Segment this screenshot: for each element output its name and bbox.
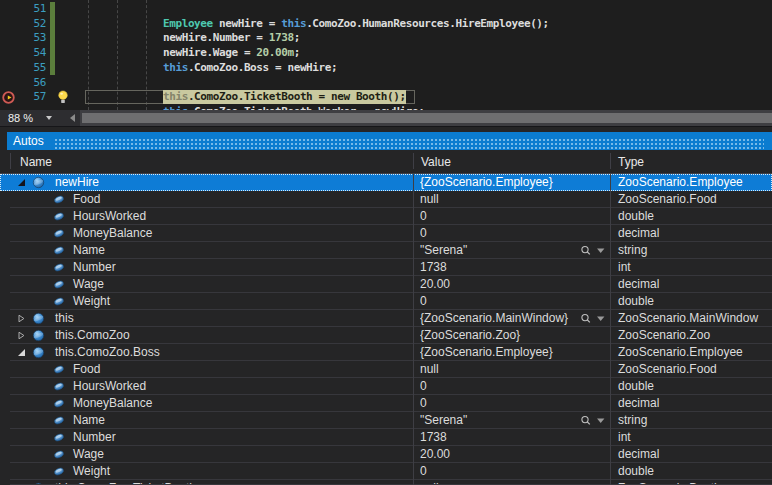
autos-row[interactable]: this.ComoZoo{ZooScenario.Zoo}ZooScenario… (0, 327, 772, 344)
code-token: ; (294, 31, 300, 44)
autos-row[interactable]: Weight0double (0, 293, 772, 310)
titlebar-grip-texture (54, 138, 764, 149)
variable-icon (32, 312, 45, 325)
property-icon (53, 431, 66, 444)
collapse-arrow-icon[interactable] (17, 348, 26, 357)
code-token: .ComoZoo.HumanResources.HireEmployee(); (306, 17, 549, 30)
value-cell[interactable]: {ZooScenario.Zoo} (420, 327, 578, 344)
type-cell: double (618, 208, 654, 225)
autos-row[interactable]: Wage20.00decimal (0, 446, 772, 463)
autos-row[interactable]: Wage20.00decimal (0, 276, 772, 293)
editor-zoom-control[interactable]: 88 % (0, 110, 66, 126)
autos-row[interactable]: Name"Serena"string (0, 242, 772, 259)
value-cell[interactable]: 0 (420, 208, 578, 225)
collapse-arrow-icon[interactable] (17, 178, 26, 187)
autos-row[interactable]: Number1738int (0, 429, 772, 446)
column-divider[interactable] (610, 153, 611, 169)
horizontal-scrollbar[interactable] (80, 110, 772, 126)
variable-name: MoneyBalance (73, 225, 152, 242)
autos-titlebar-strip[interactable]: Autos (7, 132, 772, 150)
property-icon (53, 278, 66, 291)
property-icon (53, 448, 66, 461)
lightbulb-quick-actions-icon[interactable] (57, 90, 69, 104)
grid-column-divider[interactable] (413, 174, 414, 485)
expand-arrow-icon[interactable] (17, 314, 26, 323)
autos-title: Autos (7, 134, 44, 148)
code-token: 1738 (269, 31, 294, 44)
code-line[interactable]: 51 (0, 2, 772, 17)
code-line[interactable]: 55this.ComoZoo.Boss = newHire; (0, 61, 772, 76)
column-header-type[interactable]: Type (618, 155, 644, 169)
value-cell[interactable]: {ZooScenario.MainWindow} (420, 310, 578, 327)
chevron-down-icon[interactable] (46, 116, 52, 120)
autos-row[interactable]: FoodnullZooScenario.Food (0, 191, 772, 208)
code-line[interactable]: 52Employee newHire = this.ComoZoo.HumanR… (0, 17, 772, 32)
code-line[interactable]: 57this.ComoZoo.TicketBooth = new Booth()… (0, 90, 772, 105)
autos-row[interactable]: HoursWorked0double (0, 208, 772, 225)
value-cell[interactable]: null (420, 480, 578, 485)
value-cell[interactable]: {ZooScenario.Employee} (420, 344, 578, 361)
variable-name: this.ComoZoo.Boss (55, 344, 160, 361)
autos-row[interactable]: newHire{ZooScenario.Employee}ZooScenario… (0, 174, 772, 191)
type-cell: int (618, 429, 631, 446)
column-divider[interactable] (10, 153, 11, 169)
code-text: Employee newHire = this.ComoZoo.HumanRes… (163, 17, 549, 31)
value-cell[interactable]: 0 (420, 378, 578, 395)
code-line[interactable]: 56 (0, 76, 772, 91)
autos-row[interactable]: HoursWorked0double (0, 378, 772, 395)
type-cell: string (618, 412, 647, 429)
value-cell[interactable]: null (420, 191, 578, 208)
value-cell[interactable]: 0 (420, 395, 578, 412)
column-divider[interactable] (413, 153, 414, 169)
autos-row[interactable]: this.ComoZoo.Boss{ZooScenario.Employee}Z… (0, 344, 772, 361)
code-line[interactable]: 54newHire.Wage = 20.00m; (0, 46, 772, 61)
value-cell[interactable]: "Serena" (420, 242, 578, 259)
value-cell[interactable]: 20.00 (420, 276, 578, 293)
scroll-left-icon[interactable] (70, 114, 75, 122)
value-cell[interactable]: 0 (420, 225, 578, 242)
value-cell[interactable]: 20.00 (420, 446, 578, 463)
type-cell: double (618, 293, 654, 310)
line-number: 54 (14, 46, 46, 61)
type-cell: decimal (618, 446, 659, 463)
variable-name: Food (73, 361, 100, 378)
column-header-name[interactable]: Name (20, 155, 52, 169)
code-token: 20.00m (256, 46, 293, 59)
value-cell[interactable]: {ZooScenario.Employee} (420, 174, 578, 191)
magnifier-visualizer-icon[interactable] (580, 415, 608, 426)
value-cell[interactable]: 1738 (420, 259, 578, 276)
value-cell[interactable]: 1738 (420, 429, 578, 446)
variable-name: Name (73, 242, 105, 259)
line-number: 56 (14, 76, 46, 91)
autos-row[interactable]: this{ZooScenario.MainWindow}ZooScenario.… (0, 310, 772, 327)
autos-row[interactable]: this.ComoZoo.TicketBoothnullZooScenario.… (0, 480, 772, 485)
autos-row[interactable]: MoneyBalance0decimal (0, 225, 772, 242)
autos-row[interactable]: Name"Serena"string (0, 412, 772, 429)
value-cell[interactable]: "Serena" (420, 412, 578, 429)
value-cell[interactable]: 0 (420, 293, 578, 310)
column-header-value[interactable]: Value (421, 155, 451, 169)
zoom-level: 88 % (8, 112, 33, 124)
autos-row[interactable]: Weight0double (0, 463, 772, 480)
autos-grid: newHire{ZooScenario.Employee}ZooScenario… (0, 174, 772, 485)
magnifier-visualizer-icon[interactable] (580, 245, 608, 256)
autos-titlebar[interactable]: Autos (0, 132, 772, 150)
code-line[interactable]: 53newHire.Number = 1738; (0, 31, 772, 46)
autos-row[interactable]: FoodnullZooScenario.Food (0, 361, 772, 378)
variable-name: Weight (73, 463, 110, 480)
autos-row[interactable]: Number1738int (0, 259, 772, 276)
magnifier-visualizer-icon[interactable] (580, 313, 608, 324)
expand-arrow-icon[interactable] (17, 331, 26, 340)
value-cell[interactable]: null (420, 361, 578, 378)
autos-row[interactable]: MoneyBalance0decimal (0, 395, 772, 412)
code-token: newHire = (213, 17, 281, 30)
scrollbar-thumb[interactable] (82, 113, 772, 123)
type-cell: decimal (618, 225, 659, 242)
variable-icon (32, 329, 45, 342)
code-editor[interactable]: 5152Employee newHire = this.ComoZoo.Huma… (0, 0, 772, 110)
type-cell: ZooScenario.Food (618, 361, 717, 378)
grid-column-divider[interactable] (610, 174, 611, 485)
value-cell[interactable]: 0 (420, 463, 578, 480)
code-text: this.ComoZoo.TicketBooth = new Booth(); (163, 90, 406, 104)
variable-name: Number (73, 259, 116, 276)
